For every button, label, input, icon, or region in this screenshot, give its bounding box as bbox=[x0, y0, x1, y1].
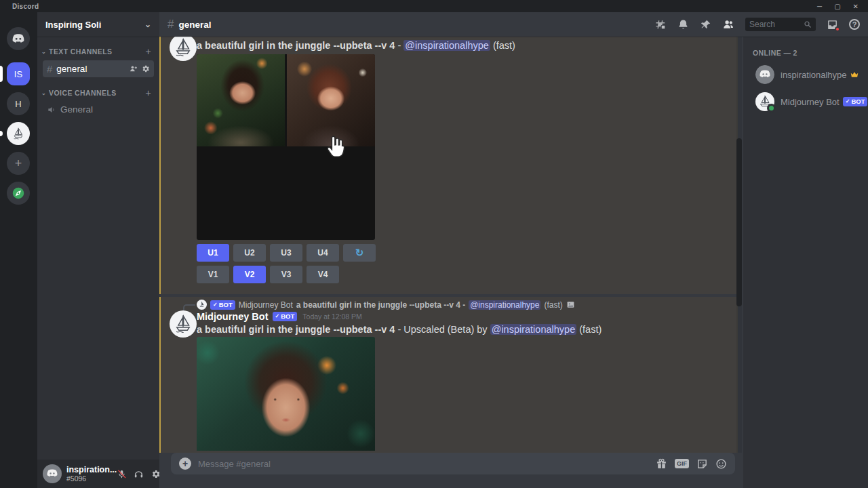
bot-badge: ✓BOT bbox=[273, 312, 298, 321]
upscale-button-u1[interactable]: U1 bbox=[197, 244, 229, 262]
reply-text: a beautiful girl in the junggle --upbeta… bbox=[296, 300, 465, 310]
upscale-button-u4[interactable]: U4 bbox=[307, 244, 339, 262]
message-content: a beautiful girl in the junggle --upbeta… bbox=[197, 324, 601, 335]
section-chevron-icon: ⌄ bbox=[41, 49, 46, 55]
message-input-area: + Message #general GIF bbox=[159, 453, 743, 488]
hash-icon: # bbox=[167, 18, 174, 31]
sticker-icon[interactable] bbox=[696, 458, 708, 470]
reroll-button[interactable]: ↻ bbox=[343, 244, 376, 262]
voice-channels-section[interactable]: ⌄ VOICE CHANNELS + bbox=[37, 78, 159, 101]
mouse-cursor-hand bbox=[324, 134, 349, 161]
member-midjourney-bot[interactable]: Midjourney Bot ✓BOT bbox=[753, 89, 863, 114]
verified-check-icon: ✓ bbox=[213, 300, 218, 310]
invite-people-icon[interactable] bbox=[129, 64, 138, 73]
titlebar: Discord ─ ▢ ✕ bbox=[0, 0, 868, 12]
emoji-picker-icon[interactable] bbox=[715, 458, 727, 470]
edit-channel-gear-icon[interactable] bbox=[141, 64, 150, 73]
server-rail: IS H + bbox=[0, 12, 37, 488]
user-panel: inspiration... #5096 bbox=[37, 460, 159, 488]
username: inspiration... bbox=[66, 466, 117, 474]
maximize-button[interactable]: ▢ bbox=[834, 3, 840, 10]
gift-icon[interactable] bbox=[656, 458, 667, 470]
chevron-down-icon: ⌄ bbox=[144, 20, 151, 29]
app-title: Discord bbox=[12, 3, 39, 10]
server-icon-h[interactable]: H bbox=[7, 92, 30, 115]
reply-author[interactable]: Midjourney Bot bbox=[239, 300, 293, 310]
verified-check-icon: ✓ bbox=[846, 97, 850, 106]
server-icon-midjourney[interactable] bbox=[7, 122, 30, 145]
attach-plus-icon[interactable]: + bbox=[179, 458, 191, 470]
server-owner-crown-icon bbox=[850, 71, 859, 78]
create-channel-icon[interactable]: + bbox=[145, 46, 151, 57]
message-content: a beautiful girl in the junggle --upbeta… bbox=[197, 40, 515, 51]
online-status-dot bbox=[767, 104, 776, 113]
member-inspirationalhype[interactable]: inspirationalhype bbox=[753, 62, 863, 87]
user-mention[interactable]: @inspirationalhype bbox=[403, 40, 490, 51]
variation-button-v1[interactable]: V1 bbox=[197, 266, 229, 283]
user-mention[interactable]: @inspirationalhype bbox=[490, 324, 577, 335]
image-attachment-icon bbox=[566, 300, 575, 309]
microphone-muted-icon[interactable] bbox=[117, 469, 127, 479]
generated-image-3[interactable] bbox=[197, 148, 285, 241]
chat-scrollbar-thumb[interactable] bbox=[736, 138, 742, 306]
headphones-icon[interactable] bbox=[134, 469, 144, 479]
bot-badge: ✓BOT bbox=[210, 300, 235, 310]
gif-picker-icon[interactable]: GIF bbox=[675, 459, 689, 468]
online-section-header: ONLINE — 2 bbox=[753, 49, 863, 57]
explore-servers-button[interactable] bbox=[7, 182, 30, 205]
variation-button-v4[interactable]: V4 bbox=[307, 266, 339, 283]
upscaled-image[interactable] bbox=[197, 337, 375, 451]
variation-button-v3[interactable]: V3 bbox=[270, 266, 302, 283]
timestamp: Today at 12:08 PM bbox=[302, 312, 362, 321]
message-input[interactable]: + Message #general GIF bbox=[171, 453, 735, 474]
server-name: Inspiring Soli bbox=[45, 20, 101, 30]
notifications-bell-icon[interactable] bbox=[677, 19, 689, 30]
variation-button-v2[interactable]: V2 bbox=[233, 266, 266, 283]
create-voice-channel-icon[interactable]: + bbox=[145, 87, 151, 98]
sailboat-icon bbox=[11, 126, 26, 141]
threads-icon[interactable] bbox=[655, 19, 667, 30]
pinned-messages-icon[interactable] bbox=[700, 19, 711, 30]
plus-icon: + bbox=[15, 157, 22, 171]
inbox-icon[interactable] bbox=[827, 19, 838, 30]
reply-reference[interactable]: ✓BOT Midjourney Bot a beautiful girl in … bbox=[197, 300, 575, 310]
discord-app: Discord ─ ▢ ✕ IS H + bbox=[0, 0, 868, 488]
midjourney-bot-avatar[interactable] bbox=[170, 37, 197, 61]
user-discriminator: #5096 bbox=[66, 474, 117, 483]
close-button[interactable]: ✕ bbox=[853, 3, 859, 10]
minimize-button[interactable]: ─ bbox=[817, 3, 822, 10]
message-midjourney-grid: a beautiful girl in the junggle --upbeta… bbox=[159, 37, 738, 294]
server-icon-inspiring-soli[interactable]: IS bbox=[7, 62, 30, 85]
author-name[interactable]: Midjourney Bot bbox=[197, 311, 269, 322]
upscale-button-u3[interactable]: U3 bbox=[270, 244, 302, 262]
generated-image-4[interactable] bbox=[287, 148, 375, 241]
server-header[interactable]: Inspiring Soli ⌄ bbox=[37, 12, 159, 37]
unread-server-pill bbox=[0, 131, 3, 136]
section-chevron-icon: ⌄ bbox=[41, 90, 46, 96]
home-button[interactable] bbox=[7, 27, 30, 50]
member-avatar bbox=[755, 65, 774, 84]
reply-spine bbox=[183, 304, 195, 310]
member-list-icon[interactable] bbox=[722, 18, 734, 30]
reroll-icon: ↻ bbox=[355, 247, 364, 258]
inbox-badge bbox=[835, 26, 840, 32]
help-icon[interactable]: ? bbox=[849, 19, 860, 30]
add-server-button[interactable]: + bbox=[7, 152, 30, 175]
search-input[interactable]: Search bbox=[745, 18, 816, 31]
upscale-button-u2[interactable]: U2 bbox=[233, 244, 266, 262]
search-icon bbox=[804, 20, 812, 28]
generated-image-2[interactable] bbox=[287, 54, 375, 146]
text-channels-section[interactable]: ⌄ TEXT CHANNELS + bbox=[37, 37, 159, 60]
channel-general[interactable]: # general bbox=[43, 60, 154, 77]
voice-channel-general[interactable]: General bbox=[43, 102, 154, 117]
midjourney-bot-avatar[interactable] bbox=[170, 310, 197, 338]
search-placeholder: Search bbox=[749, 20, 804, 29]
user-avatar[interactable] bbox=[43, 464, 62, 483]
generated-image-1[interactable] bbox=[197, 54, 285, 146]
hash-icon: # bbox=[47, 63, 52, 75]
reply-avatar bbox=[197, 300, 207, 310]
message-list: a beautiful girl in the junggle --upbeta… bbox=[159, 37, 743, 453]
user-mention[interactable]: @inspirationalhype bbox=[469, 300, 540, 310]
user-info[interactable]: inspiration... #5096 bbox=[66, 466, 117, 483]
message-author-row: Midjourney Bot ✓BOT Today at 12:08 PM bbox=[197, 311, 362, 322]
